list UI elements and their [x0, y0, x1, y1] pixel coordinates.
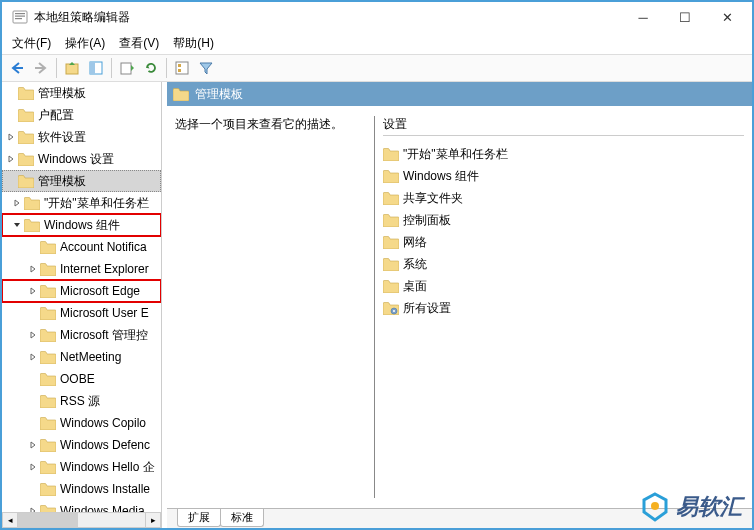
tab-extended[interactable]: 扩展 — [177, 509, 221, 527]
tree-item[interactable]: Windows Hello 企 — [2, 456, 161, 478]
tree-item[interactable]: 管理模板 — [2, 170, 161, 192]
watermark-text: 易软汇 — [676, 492, 742, 522]
tree-item-label: NetMeeting — [60, 350, 121, 364]
setting-item[interactable]: 网络 — [383, 232, 744, 252]
content-pane: 管理模板 选择一个项目来查看它的描述。 设置 "开始"菜单和任务栏Windows… — [167, 82, 752, 528]
refresh-button[interactable] — [140, 57, 162, 79]
tree-item[interactable]: 软件设置 — [2, 126, 161, 148]
chevron-right-icon[interactable] — [28, 351, 38, 363]
chevron-right-icon[interactable] — [28, 439, 38, 451]
svg-rect-9 — [121, 63, 131, 74]
setting-item[interactable]: Windows 组件 — [383, 166, 744, 186]
menu-file[interactable]: 文件(F) — [6, 33, 57, 54]
setting-item[interactable]: 共享文件夹 — [383, 188, 744, 208]
menu-view[interactable]: 查看(V) — [113, 33, 165, 54]
details-button[interactable] — [171, 57, 193, 79]
folder-icon — [40, 307, 56, 320]
hscroll-thumb[interactable] — [18, 513, 78, 527]
titlebar: 本地组策略编辑器 ─ ☐ ✕ — [2, 2, 752, 32]
watermark-icon — [640, 492, 670, 522]
scroll-left-button[interactable]: ◂ — [2, 512, 18, 528]
setting-item-label: 桌面 — [403, 278, 427, 295]
setting-item[interactable]: 所有设置 — [383, 298, 744, 318]
tree-item[interactable]: Microsoft User E — [2, 302, 161, 324]
tree-item[interactable]: Microsoft 管理控 — [2, 324, 161, 346]
tree-item[interactable]: Account Notifica — [2, 236, 161, 258]
tree[interactable]: 管理模板户配置软件设置Windows 设置管理模板"开始"菜单和任务栏Windo… — [2, 82, 161, 528]
setting-item[interactable]: 控制面板 — [383, 210, 744, 230]
tree-item-label: Microsoft Edge — [60, 284, 140, 298]
tree-item[interactable]: OOBE — [2, 368, 161, 390]
chevron-right-icon[interactable] — [6, 131, 16, 143]
tree-item[interactable]: "开始"菜单和任务栏 — [2, 192, 161, 214]
chevron-down-icon[interactable] — [12, 219, 22, 231]
app-icon — [12, 9, 28, 25]
folder-icon — [40, 373, 56, 386]
chevron-right-icon[interactable] — [6, 153, 16, 165]
chevron-right-icon[interactable] — [28, 285, 38, 297]
tree-item-label: Account Notifica — [60, 240, 147, 254]
window-title: 本地组策略编辑器 — [34, 9, 622, 26]
folder-icon — [40, 395, 56, 408]
tree-item-label: Internet Explorer — [60, 262, 149, 276]
tree-item[interactable]: Internet Explorer — [2, 258, 161, 280]
tree-item-label: Microsoft User E — [60, 306, 149, 320]
tree-item-label: Windows Hello 企 — [60, 459, 155, 476]
svg-point-13 — [651, 502, 659, 510]
tree-item[interactable]: NetMeeting — [2, 346, 161, 368]
gear-folder-icon — [383, 302, 399, 315]
folder-icon — [40, 285, 56, 298]
chevron-right-icon[interactable] — [28, 263, 38, 275]
scroll-right-button[interactable]: ▸ — [145, 512, 161, 528]
tree-item-label: Windows 组件 — [44, 217, 120, 234]
tree-item[interactable]: 户配置 — [2, 104, 161, 126]
forward-button[interactable] — [30, 57, 52, 79]
setting-item-label: "开始"菜单和任务栏 — [403, 146, 508, 163]
tab-standard[interactable]: 标准 — [220, 509, 264, 527]
setting-item-label: 系统 — [403, 256, 427, 273]
export-button[interactable] — [116, 57, 138, 79]
folder-icon — [383, 280, 399, 293]
setting-item[interactable]: "开始"菜单和任务栏 — [383, 144, 744, 164]
setting-column-header[interactable]: 设置 — [383, 116, 744, 136]
menu-help[interactable]: 帮助(H) — [167, 33, 220, 54]
setting-item-label: Windows 组件 — [403, 168, 479, 185]
separator — [111, 58, 112, 78]
setting-item-label: 所有设置 — [403, 300, 451, 317]
back-button[interactable] — [6, 57, 28, 79]
minimize-button[interactable]: ─ — [622, 3, 664, 31]
setting-item[interactable]: 桌面 — [383, 276, 744, 296]
tree-item-label: 管理模板 — [38, 173, 86, 190]
close-button[interactable]: ✕ — [706, 3, 748, 31]
folder-icon — [18, 153, 34, 166]
up-button[interactable] — [61, 57, 83, 79]
tree-item[interactable]: Windows 组件 — [2, 214, 161, 236]
chevron-right-icon[interactable] — [28, 461, 38, 473]
maximize-button[interactable]: ☐ — [664, 3, 706, 31]
menu-action[interactable]: 操作(A) — [59, 33, 111, 54]
folder-icon — [18, 87, 34, 100]
tree-item[interactable]: 管理模板 — [2, 82, 161, 104]
menubar: 文件(F) 操作(A) 查看(V) 帮助(H) — [2, 32, 752, 54]
tree-item[interactable]: Microsoft Edge — [2, 280, 161, 302]
show-hide-tree-button[interactable] — [85, 57, 107, 79]
tree-item[interactable]: Windows Copilo — [2, 412, 161, 434]
tree-item-label: Windows Copilo — [60, 416, 146, 430]
separator — [166, 58, 167, 78]
hscrollbar[interactable] — [18, 512, 145, 528]
folder-icon — [24, 219, 40, 232]
tree-item[interactable]: Windows Installe — [2, 478, 161, 500]
tree-item[interactable]: RSS 源 — [2, 390, 161, 412]
filter-button[interactable] — [195, 57, 217, 79]
chevron-right-icon[interactable] — [12, 197, 22, 209]
folder-icon — [18, 131, 34, 144]
tree-item[interactable]: Windows Defenc — [2, 434, 161, 456]
tree-item-label: OOBE — [60, 372, 95, 386]
svg-rect-6 — [66, 64, 78, 74]
tree-item[interactable]: Windows 设置 — [2, 148, 161, 170]
chevron-right-icon[interactable] — [28, 329, 38, 341]
watermark: 易软汇 — [640, 492, 742, 522]
setting-item[interactable]: 系统 — [383, 254, 744, 274]
folder-icon — [40, 439, 56, 452]
folder-icon — [40, 263, 56, 276]
